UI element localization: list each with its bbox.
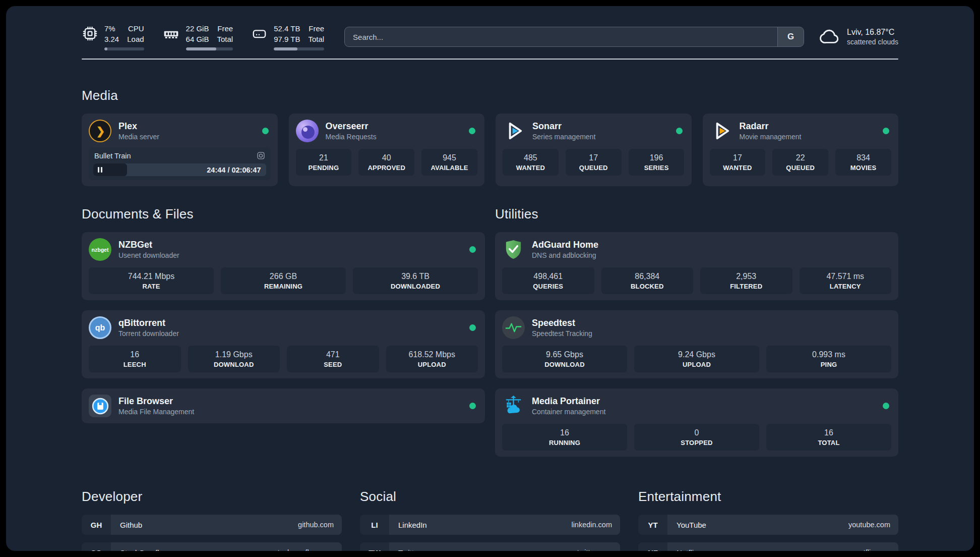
dashboard-root: 7% 3.24 CPU Load [6, 6, 974, 551]
memory-progress-bar [186, 47, 233, 50]
plex-card[interactable]: ❯ Plex Media server Bullet Train [82, 114, 278, 186]
playback-progress-bar[interactable]: 24:44 / 02:06:47 [93, 163, 266, 176]
stat-download: 1.19 GbpsDOWNLOAD [188, 346, 280, 372]
link-youtube[interactable]: YT YouTubeyoutube.com [638, 515, 898, 535]
link-linkedin[interactable]: LI LinkedInlinkedin.com [360, 515, 620, 535]
app-title: File Browser [118, 396, 462, 407]
stat-blocked: 86,384BLOCKED [601, 267, 694, 294]
app-subtitle: DNS and adblocking [532, 251, 891, 259]
search-bar: G [344, 27, 804, 47]
section-title-social: Social [360, 489, 620, 505]
nzbget-card[interactable]: nzbget NZBGet Usenet downloader 744.21 M… [82, 232, 485, 300]
cpu-widget: 7% 3.24 CPU Load [82, 23, 144, 50]
cpu-usage-value: 7% [104, 23, 119, 34]
search-engine-button[interactable]: G [777, 27, 804, 46]
sonarr-card[interactable]: Sonarr Series management 485WANTED 17QUE… [496, 114, 692, 186]
link-stackoverflow[interactable]: SO StackOverflowstackoverflow.com [82, 542, 342, 551]
qbittorrent-icon: qb [89, 316, 111, 339]
stat-series: 196SERIES [629, 149, 685, 176]
radarr-icon [710, 120, 732, 142]
app-subtitle: Speedtest Tracking [532, 329, 891, 338]
stat-queued: 17QUEUED [566, 149, 622, 176]
section-title-entertainment: Entertainment [638, 489, 898, 505]
memory-total-value: 64 GiB [186, 34, 209, 44]
stat-wanted: 17WANTED [710, 149, 766, 176]
playback-time: 24:44 / 02:06:47 [207, 166, 261, 174]
memory-free-value: 22 GiB [186, 23, 209, 34]
disk-total-label: Total [308, 34, 324, 44]
link-tag: YT [638, 515, 667, 535]
section-title-utilities: Utilities [495, 206, 898, 222]
memory-free-label: Free [217, 23, 233, 34]
section-title-media: Media [82, 88, 898, 103]
adguard-card[interactable]: AdGuard Home DNS and adblocking 498,461Q… [495, 232, 898, 300]
stat-pending: 21PENDING [296, 149, 352, 176]
status-dot [262, 128, 269, 134]
filebrowser-card[interactable]: File Browser Media File Management [82, 388, 485, 423]
app-title: Speedtest [532, 318, 891, 328]
app-title: Plex [118, 121, 255, 132]
status-dot [469, 246, 476, 253]
stat-queued: 22QUEUED [772, 149, 828, 176]
section-developer: Developer GH Githubgithub.com SO StackOv… [82, 489, 342, 551]
topbar-divider [82, 59, 898, 60]
stat-rate: 744.21 MbpsRATE [89, 267, 214, 294]
radarr-card[interactable]: Radarr Movie management 17WANTED 22QUEUE… [703, 114, 899, 186]
status-dot [676, 128, 683, 134]
weather-widget: Lviv, 16.87°C scattered clouds [819, 26, 898, 47]
filebrowser-icon [89, 395, 111, 417]
section-utilities: Utilities AdGuard Home DNS and [495, 206, 898, 457]
link-tag: SO [82, 542, 111, 551]
now-playing-title: Bullet Train [94, 152, 131, 160]
sonarr-icon [503, 120, 525, 142]
stat-leech: 16LEECH [89, 346, 181, 372]
app-subtitle: Media Requests [326, 133, 462, 141]
section-title-documents: Documents & Files [82, 206, 485, 222]
now-playing-icon[interactable] [257, 151, 265, 160]
cloud-icon [819, 26, 840, 47]
portainer-card[interactable]: Media Portainer Container management 16R… [495, 388, 898, 457]
speedtest-icon [502, 316, 525, 339]
app-title: Radarr [740, 121, 876, 132]
disk-free-label: Free [309, 23, 324, 34]
overseerr-card[interactable]: Overseerr Media Requests 21PENDING 40APP… [289, 114, 485, 186]
speedtest-card[interactable]: Speedtest Speedtest Tracking 9.65 GbpsDO… [495, 310, 898, 378]
section-social: Social LI LinkedInlinkedin.com TW Twitte… [360, 489, 620, 551]
link-github[interactable]: GH Githubgithub.com [82, 515, 342, 535]
overseerr-icon [296, 120, 319, 142]
disk-icon [251, 25, 268, 42]
weather-location: Lviv, 16.87°C [847, 28, 898, 37]
link-twitter[interactable]: TW Twittertwitter.com [360, 542, 620, 551]
search-input[interactable] [345, 27, 777, 46]
link-tag: TW [360, 542, 389, 551]
disk-progress-bar [274, 47, 324, 50]
adguard-icon [502, 238, 525, 261]
app-subtitle: Media server [118, 133, 255, 141]
link-tag: GH [82, 515, 111, 535]
status-dot [469, 324, 476, 331]
memory-widget: 22 GiB 64 GiB Free Total [162, 23, 233, 50]
stat-available: 945AVAILABLE [421, 149, 477, 176]
link-tag: LI [360, 515, 389, 535]
stat-ping: 0.993 msPING [766, 346, 891, 372]
stat-seed: 471SEED [287, 346, 379, 372]
qbittorrent-card[interactable]: qb qBittorrent Torrent downloader 16LEEC… [82, 310, 485, 378]
weather-condition: scattered clouds [847, 38, 898, 46]
portainer-icon [502, 395, 525, 417]
section-entertainment: Entertainment YT YouTubeyoutube.com NF N… [638, 489, 898, 551]
stat-queries: 498,461QUERIES [502, 267, 594, 294]
link-netflix[interactable]: NF Netflixnetflix.com [638, 542, 898, 551]
plex-icon: ❯ [89, 120, 111, 142]
section-title-developer: Developer [82, 489, 342, 505]
app-title: Overseerr [326, 121, 462, 132]
topbar: 7% 3.24 CPU Load [82, 23, 898, 50]
memory-total-label: Total [217, 34, 233, 44]
disk-total-value: 97.9 TB [274, 34, 300, 44]
cpu-load-label: Load [127, 34, 144, 44]
section-documents: Documents & Files nzbget NZBGet Usenet d… [82, 206, 485, 457]
pause-icon[interactable] [98, 167, 102, 173]
app-subtitle: Container management [532, 408, 876, 416]
cpu-progress-bar [104, 47, 144, 50]
disk-free-value: 52.4 TB [274, 23, 300, 34]
app-subtitle: Torrent downloader [118, 329, 462, 338]
